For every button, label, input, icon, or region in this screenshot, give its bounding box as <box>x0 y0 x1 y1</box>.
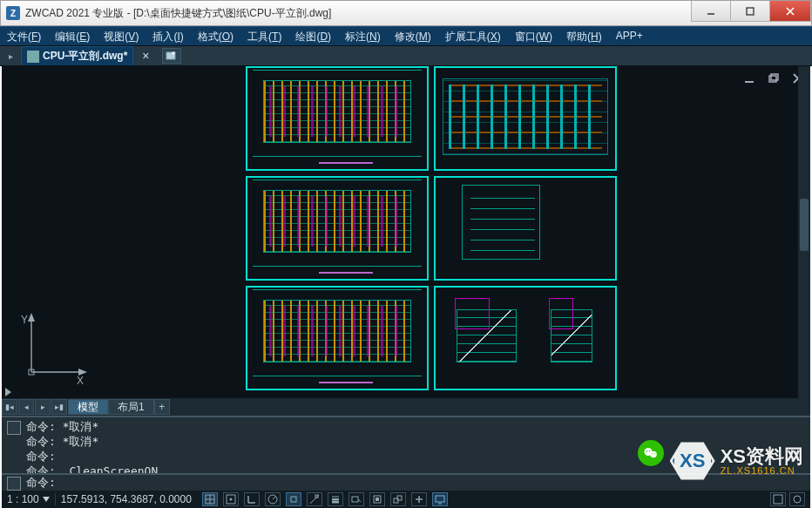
screen-icon[interactable] <box>432 492 448 506</box>
horizontal-scrollbar[interactable] <box>185 403 798 416</box>
drawing-elevation-1 <box>434 66 617 171</box>
svg-rect-34 <box>376 498 379 501</box>
drawing-section-2 <box>434 286 617 390</box>
layout-nav-last[interactable]: ▸▮ <box>51 399 67 415</box>
status-tool-b[interactable] <box>789 492 805 506</box>
svg-point-44 <box>650 451 657 458</box>
status-bar: 1 : 100 157.5913, 754.3687, 0.0000 <box>2 491 810 508</box>
command-history-line: 命令: <box>26 449 805 464</box>
svg-rect-1 <box>747 8 754 15</box>
layout-tab-row: ▮◂ ◂ ▸ ▸▮ 模型 布局1 + <box>2 398 810 416</box>
menu-视图[interactable]: 视图(V) <box>97 27 145 45</box>
svg-line-25 <box>273 496 276 499</box>
layout-nav-prev[interactable]: ◂ <box>18 399 34 415</box>
svg-rect-26 <box>291 497 296 502</box>
drawing-plan-3 <box>246 286 429 390</box>
polar-icon[interactable] <box>265 492 281 506</box>
plus-icon[interactable] <box>411 492 427 506</box>
menu-扩展工具[interactable]: 扩展工具(X) <box>438 27 508 45</box>
svg-rect-41 <box>774 495 782 504</box>
wechat-icon <box>638 440 664 466</box>
cycle-icon[interactable] <box>390 492 406 506</box>
menu-帮助[interactable]: 帮助(H) <box>559 27 609 45</box>
svg-rect-9 <box>771 74 778 80</box>
status-scale[interactable]: 1 : 100 <box>2 491 55 508</box>
status-tool-a[interactable] <box>770 492 786 506</box>
viewport-restore-icon[interactable] <box>767 71 781 89</box>
drawing-sheets <box>246 66 617 390</box>
app-icon: Z <box>6 6 20 20</box>
layout-nav-next[interactable]: ▸ <box>35 399 51 415</box>
command-history[interactable]: 命令: *取消*命令: *取消*命令:命令: _CleanScreenON <box>2 417 810 473</box>
new-document-button[interactable] <box>162 48 181 64</box>
svg-rect-28 <box>315 495 318 498</box>
layout-add-button[interactable]: + <box>154 399 170 415</box>
window-titlebar: Z ZWCAD 2021 专业版 - [D:\桌面快捷键方式\图纸\CPU-平立… <box>0 0 812 26</box>
menu-编辑[interactable]: 编辑(E) <box>48 27 97 45</box>
svg-point-45 <box>646 450 648 452</box>
command-prompt: 命令: <box>26 475 56 491</box>
menu-窗口[interactable]: 窗口(W) <box>508 27 559 45</box>
svg-text:X: X <box>77 375 84 387</box>
maximize-button[interactable] <box>730 1 770 22</box>
layout-tab-layout1[interactable]: 布局1 <box>108 399 154 415</box>
lwt-icon[interactable] <box>328 492 343 506</box>
svg-point-23 <box>229 498 232 501</box>
svg-rect-39 <box>436 496 444 502</box>
ucs-axis-icon: Y X <box>14 311 92 389</box>
menu-bar: 文件(F)编辑(E)视图(V)插入(I)格式(O)工具(T)绘图(D)标注(N)… <box>0 26 812 45</box>
scroll-marker-icon <box>5 388 11 396</box>
command-history-line: 命令: *取消* <box>26 419 805 434</box>
close-button[interactable] <box>769 1 811 22</box>
document-tab-close[interactable]: × <box>133 49 158 63</box>
model-icon[interactable] <box>369 492 385 506</box>
menu-格式[interactable]: 格式(O) <box>191 27 240 45</box>
command-history-line: 命令: *取消* <box>26 434 805 449</box>
command-window: 命令: *取消*命令: *取消*命令:命令: _CleanScreenON 命令… <box>2 416 810 491</box>
vertical-scrollbar[interactable] <box>798 66 810 398</box>
viewport-minimize-icon[interactable] <box>742 71 756 89</box>
dwg-file-icon <box>27 51 39 63</box>
svg-rect-8 <box>769 76 776 82</box>
document-tab-label: CPU-平立剖.dwg* <box>43 49 127 64</box>
svg-marker-13 <box>28 313 35 322</box>
drawing-viewport[interactable]: Y X <box>2 66 810 398</box>
layout-tab-model[interactable]: 模型 <box>68 399 108 415</box>
menu-文件[interactable]: 文件(F) <box>0 27 48 45</box>
svg-point-42 <box>794 496 801 503</box>
menu-APP+[interactable]: APP+ <box>609 27 650 45</box>
window-title: ZWCAD 2021 专业版 - [D:\桌面快捷键方式\图纸\CPU-平立剖.… <box>25 6 692 21</box>
svg-point-46 <box>649 450 651 452</box>
menu-修改[interactable]: 修改(M) <box>388 27 438 45</box>
drawing-section-1 <box>434 176 617 281</box>
document-tab-row: ▸ CPU-平立剖.dwg* × <box>0 45 812 66</box>
menu-插入[interactable]: 插入(I) <box>145 27 190 45</box>
command-history-line: 命令: _CleanScreenON <box>26 464 805 473</box>
ortho-icon[interactable] <box>244 492 260 506</box>
svg-text:Y: Y <box>21 314 28 326</box>
viewport-controls <box>742 71 805 89</box>
svg-point-48 <box>654 453 655 454</box>
menu-标注[interactable]: 标注(N) <box>338 27 388 45</box>
menu-工具[interactable]: 工具(T) <box>240 27 288 45</box>
status-coordinates: 157.5913, 754.3687, 0.0000 <box>56 491 197 508</box>
svg-rect-32 <box>352 497 358 502</box>
layout-nav-first[interactable]: ▮◂ <box>2 399 17 415</box>
snap-icon[interactable] <box>223 492 239 506</box>
drawing-plan-1 <box>246 66 429 171</box>
minimize-button[interactable] <box>691 1 731 22</box>
command-input-row[interactable]: 命令: <box>2 473 810 491</box>
menu-绘图[interactable]: 绘图(D) <box>288 27 338 45</box>
grid-icon[interactable] <box>202 492 218 506</box>
drawing-plan-2 <box>246 176 429 281</box>
document-tab[interactable]: CPU-平立剖.dwg* <box>21 46 133 65</box>
osnap-icon[interactable] <box>286 492 301 506</box>
doc-toggle-icon[interactable]: ▸ <box>3 49 17 63</box>
svg-point-47 <box>652 453 653 454</box>
dyn-icon[interactable] <box>348 492 364 506</box>
otrack-icon[interactable] <box>307 492 322 506</box>
